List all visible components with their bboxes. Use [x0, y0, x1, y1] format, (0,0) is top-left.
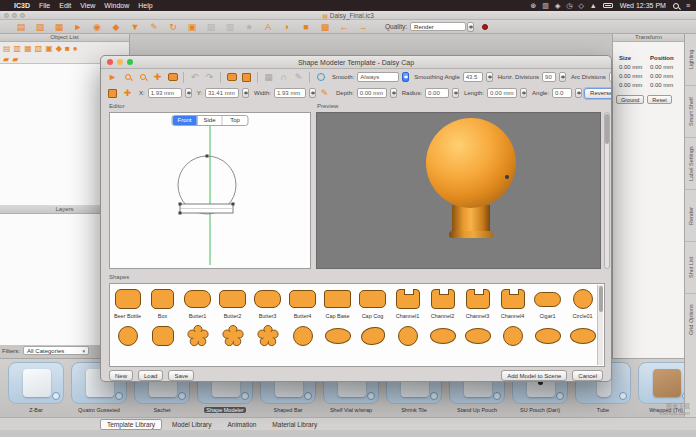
editor-canvas[interactable]: FrontSideTop	[109, 112, 311, 269]
preview-canvas[interactable]	[316, 112, 601, 269]
crop-tool-icon[interactable]: ▣	[185, 22, 199, 32]
menu-edit[interactable]: Edit	[59, 2, 71, 9]
rect-tool-icon[interactable]	[225, 71, 238, 84]
save-file-icon[interactable]: ▦	[52, 22, 66, 32]
new-button[interactable]: New	[109, 370, 133, 381]
angle-stepper[interactable]	[575, 88, 582, 98]
shape-item-cigar1[interactable]: Cigar1	[530, 284, 565, 319]
search-tool-icon[interactable]: ◉	[90, 22, 104, 32]
pan-icon[interactable]: ✚	[151, 71, 164, 84]
smooth-tool-icon[interactable]	[314, 71, 327, 84]
cube-tool-icon[interactable]: ■	[299, 22, 313, 32]
shape-item[interactable]	[425, 321, 460, 348]
menu-view[interactable]: View	[80, 2, 95, 9]
shape-item-butter3[interactable]: Butter3	[250, 284, 285, 319]
spotlight-icon[interactable]	[673, 3, 679, 9]
ground-button[interactable]: Ground	[616, 95, 644, 104]
add-model-to-scene-button[interactable]: Add Model to Scene	[501, 370, 567, 381]
hide-object-icon[interactable]: ◆	[56, 44, 62, 53]
pen-edit-tool-icon[interactable]: ✎	[292, 71, 305, 84]
zoom-icon[interactable]	[121, 71, 134, 84]
zoom-region-icon[interactable]	[136, 71, 149, 84]
smoothing-angle-field[interactable]: 43.5	[463, 72, 483, 82]
hand-tool-icon[interactable]: ◗	[280, 22, 294, 32]
shape-item[interactable]	[460, 321, 495, 348]
shape-item[interactable]	[250, 321, 285, 348]
refresh-object-icon[interactable]: ●	[73, 44, 78, 53]
new-file-icon[interactable]: ▤	[14, 22, 28, 32]
side-tab-grid-options[interactable]: Grid Options	[685, 293, 696, 345]
arc-tool-icon[interactable]: ∩	[277, 71, 290, 84]
camera-tool-icon[interactable]: ▩	[318, 22, 332, 32]
width-field[interactable]: 1.93 mm	[274, 88, 306, 98]
angle-field[interactable]: 0.0	[552, 88, 572, 98]
cursor-icon[interactable]: ►	[106, 71, 119, 84]
add-object-icon[interactable]: ▤	[3, 44, 11, 53]
side-tab-lighting[interactable]: Lighting	[685, 33, 696, 85]
tab-model-library[interactable]: Model Library	[166, 420, 217, 429]
view-tab-top[interactable]: Top	[223, 116, 248, 125]
forward-arrow-icon[interactable]: →	[356, 22, 370, 32]
y-field[interactable]: 31.41 mm	[205, 88, 239, 98]
import-tool-icon[interactable]: ▼	[128, 22, 142, 32]
sort-object-icon[interactable]: ■	[65, 44, 70, 53]
lock-object-icon[interactable]: ▣	[45, 44, 53, 53]
text-tool-icon[interactable]: A	[261, 22, 275, 32]
load-button[interactable]: Load	[138, 370, 163, 381]
shape-item-butter2[interactable]: Butter2	[215, 284, 250, 319]
shape-item-butter4[interactable]: Butter4	[285, 284, 320, 319]
shape-item[interactable]	[355, 321, 390, 348]
shape-item-cap-base[interactable]: Cap Base	[320, 284, 355, 319]
group-object-icon[interactable]: ▦	[24, 44, 32, 53]
shape-item-channel2[interactable]: Channel2	[425, 284, 460, 319]
dialog-scrollbar[interactable]	[604, 112, 610, 269]
rotate-tool-icon[interactable]: ↻	[166, 22, 180, 32]
depth-stepper[interactable]	[390, 88, 397, 98]
shape-item-channel1[interactable]: Channel1	[390, 284, 425, 319]
view-tab-front[interactable]: Front	[173, 116, 198, 125]
side-tab-label-settings[interactable]: Label Settings	[685, 137, 696, 189]
shapes-scrollbar[interactable]	[597, 285, 603, 365]
side-tab-shot-list[interactable]: Shot List	[685, 241, 696, 293]
radius-stepper[interactable]	[452, 88, 459, 98]
shape-item[interactable]	[180, 321, 215, 348]
shape-item[interactable]	[320, 321, 355, 348]
template-thumb-z-bar[interactable]	[8, 362, 64, 404]
menu-ic3d[interactable]: IC3D	[14, 2, 30, 9]
open-file-icon[interactable]: ▧	[33, 22, 47, 32]
smooth-dropdown[interactable]: Always	[357, 72, 399, 82]
shape-item[interactable]	[565, 321, 600, 348]
shape-item[interactable]	[145, 321, 180, 348]
view-tab-side[interactable]: Side	[198, 116, 223, 125]
select-tool-icon[interactable]: ►	[71, 22, 85, 32]
move-cross-icon[interactable]: ✚	[121, 87, 134, 100]
tab-animation[interactable]: Animation	[221, 420, 262, 429]
width-stepper[interactable]	[309, 88, 316, 98]
shape-item[interactable]	[215, 321, 250, 348]
reset-button[interactable]: Reset	[647, 95, 671, 104]
shape-item-box[interactable]: Box	[145, 284, 180, 319]
y-stepper[interactable]	[242, 88, 249, 98]
tab-material-library[interactable]: Material Library	[266, 420, 323, 429]
reverse-increment-button[interactable]: Reverse Increment	[584, 88, 611, 99]
x-field[interactable]: 1.93 mm	[148, 88, 182, 98]
shape-item[interactable]	[390, 321, 425, 348]
remove-object-icon[interactable]: ▥	[14, 44, 22, 53]
menu-file[interactable]: File	[39, 2, 50, 9]
record-button[interactable]	[482, 24, 488, 30]
dialog-titlebar[interactable]: Shape Modeler Template - Daisy Cap	[101, 56, 611, 69]
shape-item-cap-cog[interactable]: Cap Cog	[355, 284, 390, 319]
x-stepper[interactable]	[185, 88, 192, 98]
fill-square-icon[interactable]	[106, 87, 119, 100]
save-button[interactable]: Save	[168, 370, 194, 381]
notification-center-icon[interactable]: ≡	[686, 2, 690, 9]
shape-item-beer-bottle[interactable]: Beer Bottle	[110, 284, 145, 319]
horiz-divisions-stepper[interactable]	[559, 72, 566, 82]
shape-item-butter1[interactable]: Butter1	[180, 284, 215, 319]
shape-item-circle01[interactable]: Circle01	[565, 284, 600, 319]
marker-tool-icon[interactable]	[240, 71, 253, 84]
grid-tool-icon[interactable]: ▦	[262, 71, 275, 84]
shape-item[interactable]	[495, 321, 530, 348]
filters-dropdown[interactable]: All Categories ▾	[23, 346, 89, 355]
draw-pen-icon[interactable]: ✎	[318, 87, 331, 100]
